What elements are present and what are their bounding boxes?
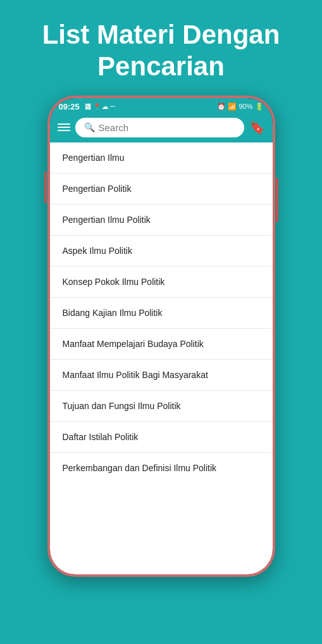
list-item[interactable]: Aspek Ilmu Politik [50, 236, 273, 267]
list-item[interactable]: Tujuan dan Fungsi Ilmu Politik [50, 391, 273, 422]
list-item[interactable]: Pengertian Politik [50, 174, 273, 205]
search-input[interactable] [99, 122, 235, 133]
list-container: Pengertian IlmuPengertian PolitikPengert… [50, 142, 273, 574]
list-item[interactable]: Konsep Pokok Ilmu Politik [50, 267, 273, 298]
status-icons: ⏰ 📶 90% 🔋 [217, 103, 263, 111]
list-item[interactable]: Daftar Istilah Politik [50, 422, 273, 453]
list-item[interactable]: Perkembangan dan Definisi Ilmu Politik [50, 453, 273, 483]
phone-screen: 09:25 🖼 📍 ☁ ··· ⏰ 📶 90% 🔋 🔍 🔖 [50, 98, 273, 574]
toolbar: 🔍 🔖 [50, 114, 273, 142]
status-bar: 09:25 🖼 📍 ☁ ··· ⏰ 📶 90% 🔋 [50, 98, 273, 114]
phone-frame: 09:25 🖼 📍 ☁ ··· ⏰ 📶 90% 🔋 🔍 🔖 [47, 96, 275, 577]
page-title: List Materi Dengan Pencarian [0, 0, 322, 96]
list-item[interactable]: Pengertian Ilmu [50, 142, 273, 174]
search-bar[interactable]: 🔍 [75, 118, 244, 137]
status-time: 09:25 🖼 📍 ☁ ··· [59, 102, 116, 111]
list-item[interactable]: Pengertian Ilmu Politik [50, 205, 273, 236]
list-item[interactable]: Manfaat Ilmu Politik Bagi Masyarakat [50, 360, 273, 391]
list-item[interactable]: Manfaat Mempelajari Budaya Politik [50, 329, 273, 360]
list-item[interactable]: Bidang Kajian Ilmu Politik [50, 298, 273, 329]
search-icon: 🔍 [84, 122, 95, 132]
menu-button[interactable] [58, 123, 70, 131]
bookmark-icon[interactable]: 🔖 [249, 120, 265, 135]
